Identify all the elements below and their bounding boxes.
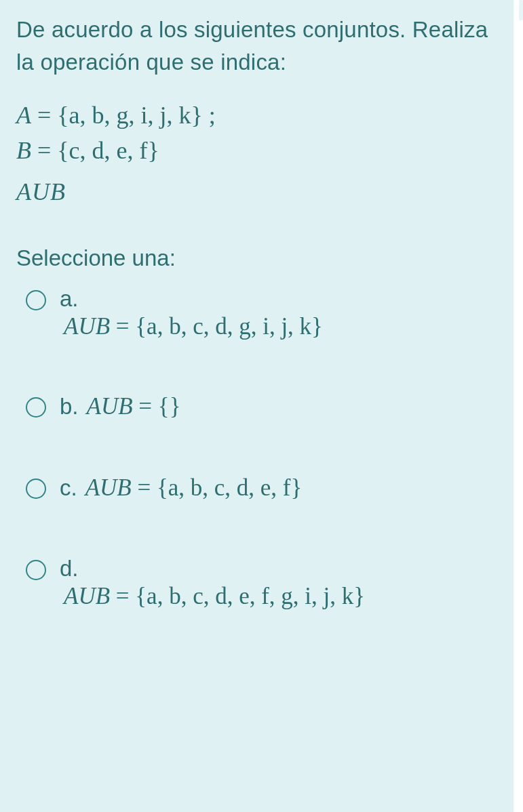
set-a-lhs: A [16, 102, 31, 129]
radio-c[interactable] [26, 479, 46, 499]
option-d-letter: d. [60, 556, 509, 582]
option-c-rhs: {a, b, c, d, e, f} [157, 474, 302, 501]
option-c-math: AUB = {a, b, c, d, e, f} [85, 474, 303, 502]
set-a-rhs: {a, b, g, i, j, k} ; [57, 102, 216, 129]
option-b[interactable]: b. AUB = {} [16, 393, 509, 420]
option-d[interactable]: d. AUB = {a, b, c, d, e, f, g, i, j, k} [16, 556, 509, 610]
question-sets: A = {a, b, g, i, j, k} ; B = {c, d, e, f… [16, 98, 509, 168]
option-a-letter: a. [60, 286, 509, 312]
option-c-eq: = [132, 474, 157, 501]
set-b-eq: = [31, 137, 57, 164]
option-b-body: b. AUB = {} [60, 393, 509, 420]
option-c-lhs: AUB [85, 474, 132, 501]
right-edge-strip [514, 0, 523, 812]
option-c-letter: c. [60, 475, 77, 501]
option-b-lhs: AUB [87, 393, 133, 420]
option-a[interactable]: a. AUB = {a, b, c, d, g, i, j, k} [16, 286, 509, 340]
set-b-lhs: B [16, 137, 31, 164]
set-a-line: A = {a, b, g, i, j, k} ; [16, 98, 509, 133]
option-b-rhs: {} [158, 393, 181, 420]
option-a-eq: = [110, 313, 135, 340]
option-d-math: AUB = {a, b, c, d, e, f, g, i, j, k} [64, 583, 509, 610]
option-b-letter: b. [60, 394, 79, 420]
set-b-rhs: {c, d, e, f} [57, 137, 159, 164]
option-d-body: d. AUB = {a, b, c, d, e, f, g, i, j, k} [60, 556, 509, 610]
set-a-eq: = [31, 102, 57, 129]
select-one-label: Seleccione una: [16, 245, 509, 271]
option-a-body: a. AUB = {a, b, c, d, g, i, j, k} [60, 286, 509, 340]
options-group: a. AUB = {a, b, c, d, g, i, j, k} b. AUB… [16, 286, 509, 610]
option-c[interactable]: c. AUB = {a, b, c, d, e, f} [16, 474, 509, 502]
option-b-eq: = [133, 393, 158, 420]
option-a-lhs: AUB [64, 313, 110, 340]
option-d-eq: = [110, 583, 135, 609]
scrollbar-hint [519, 0, 523, 20]
operation-label: AUB [16, 178, 509, 206]
set-b-line: B = {c, d, e, f} [16, 133, 509, 168]
option-d-lhs: AUB [64, 583, 110, 609]
option-c-body: c. AUB = {a, b, c, d, e, f} [60, 474, 509, 502]
radio-b[interactable] [26, 397, 46, 418]
option-a-math: AUB = {a, b, c, d, g, i, j, k} [64, 313, 509, 340]
option-a-rhs: {a, b, c, d, g, i, j, k} [135, 313, 323, 340]
option-b-math: AUB = {} [87, 393, 181, 420]
question-stem: De acuerdo a los siguientes conjuntos. R… [16, 14, 509, 79]
radio-d[interactable] [26, 560, 46, 580]
radio-a[interactable] [26, 290, 46, 310]
option-d-rhs: {a, b, c, d, e, f, g, i, j, k} [135, 583, 365, 609]
